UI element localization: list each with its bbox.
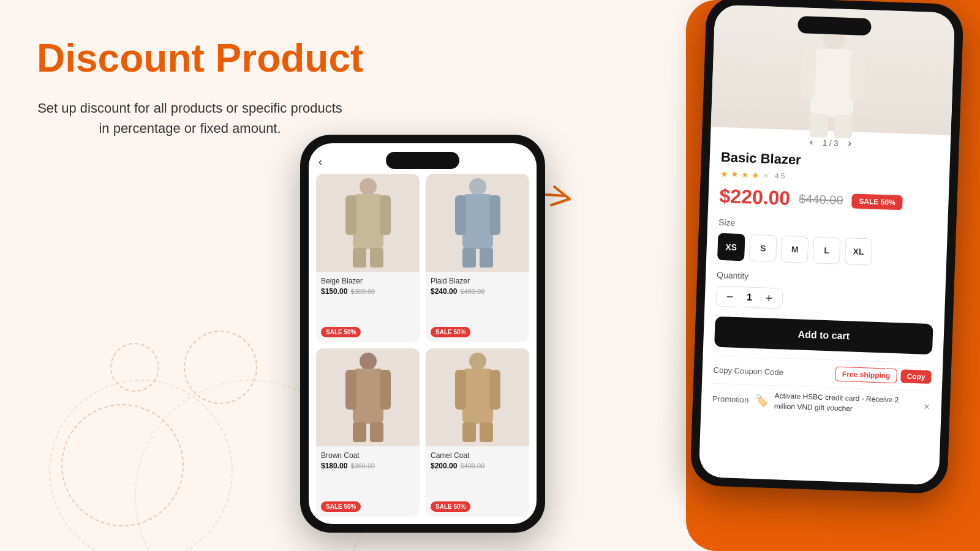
detail-info: Basic Blazer ★ ★ ★ ★ ★ 4.5 $220.00 $440.… bbox=[701, 149, 950, 422]
price-current-3: $180.00 bbox=[321, 462, 347, 470]
add-to-cart-button[interactable]: Add to cart bbox=[714, 317, 933, 354]
price-original-1: $300.00 bbox=[350, 288, 375, 295]
svg-rect-16 bbox=[353, 422, 366, 442]
product-image-2 bbox=[426, 174, 529, 272]
price-current-4: $200.00 bbox=[431, 462, 457, 470]
size-xl[interactable]: XL bbox=[845, 238, 873, 266]
back-button[interactable]: ‹ bbox=[318, 156, 322, 168]
size-options: XS S M L XL bbox=[717, 233, 936, 268]
phone-left-inner: ‹ SALE 50% Beige Blazer bbox=[309, 143, 537, 524]
quantity-section: Quantity − 1 + bbox=[715, 270, 935, 314]
coupon-code-box: Free shipping Copy bbox=[835, 367, 932, 384]
product-info-3: Brown Coat $180.00 $360.00 bbox=[316, 446, 420, 476]
svg-rect-23 bbox=[480, 422, 493, 442]
product-card-4[interactable]: SALE 50% Camel Coat $200.00 $400.00 bbox=[426, 348, 529, 517]
promotion-icon: 🏷️ bbox=[755, 394, 769, 408]
svg-rect-14 bbox=[345, 370, 356, 410]
detail-original-price: $440.00 bbox=[799, 192, 843, 208]
price-original-2: $480.00 bbox=[460, 288, 484, 295]
size-l[interactable]: L bbox=[813, 236, 841, 264]
product-prices-3: $180.00 $360.00 bbox=[321, 462, 415, 470]
product-image-3 bbox=[316, 348, 420, 446]
star-4: ★ bbox=[752, 170, 760, 180]
svg-rect-9 bbox=[489, 195, 500, 235]
phone-notch-right bbox=[797, 16, 872, 36]
svg-rect-4 bbox=[353, 248, 366, 268]
sale-badge-4: SALE 50% bbox=[431, 501, 470, 512]
quantity-value: 1 bbox=[743, 291, 756, 303]
price-current-1: $150.00 bbox=[321, 287, 347, 296]
star-2: ★ bbox=[731, 169, 739, 179]
svg-rect-11 bbox=[480, 248, 493, 268]
svg-rect-3 bbox=[380, 195, 391, 235]
carousel-prev[interactable]: ‹ bbox=[810, 137, 813, 148]
decorative-circle-1 bbox=[110, 343, 159, 392]
page-title: Discount Product bbox=[37, 37, 404, 80]
size-s[interactable]: S bbox=[749, 234, 777, 263]
svg-rect-21 bbox=[489, 370, 500, 410]
decorative-circle-2 bbox=[184, 331, 257, 404]
size-xs[interactable]: XS bbox=[717, 233, 745, 261]
svg-rect-27 bbox=[849, 51, 865, 100]
copy-coupon-button[interactable]: Copy bbox=[900, 369, 932, 384]
svg-rect-26 bbox=[800, 49, 816, 99]
product-prices-2: $240.00 $480.00 bbox=[431, 287, 524, 296]
svg-rect-5 bbox=[370, 248, 383, 268]
product-card-2[interactable]: SALE 50% Plaid Blazer $240.00 $480.00 bbox=[426, 174, 529, 342]
product-info-4: Camel Coat $200.00 $400.00 bbox=[426, 446, 529, 476]
price-original-4: $400.00 bbox=[460, 462, 484, 470]
phone-left: ‹ SALE 50% Beige Blazer bbox=[300, 135, 545, 533]
svg-rect-13 bbox=[353, 369, 383, 424]
promotion-close-button[interactable]: ✕ bbox=[923, 401, 931, 411]
svg-point-18 bbox=[469, 353, 486, 370]
size-m[interactable]: M bbox=[781, 235, 809, 263]
product-name-4: Camel Coat bbox=[431, 451, 524, 460]
quantity-label: Quantity bbox=[717, 270, 935, 287]
coupon-label: Copy Coupon Code bbox=[714, 365, 784, 377]
star-5: ★ bbox=[762, 170, 771, 180]
svg-point-0 bbox=[360, 178, 377, 195]
promotion-text: Activate HSBC credit card - Receive 2 mi… bbox=[774, 391, 918, 416]
svg-rect-22 bbox=[462, 422, 476, 442]
product-name-2: Plaid Blazer bbox=[431, 277, 524, 285]
svg-rect-20 bbox=[455, 370, 466, 410]
sale-badge-2: SALE 50% bbox=[431, 327, 470, 337]
price-current-2: $240.00 bbox=[431, 287, 457, 296]
product-card-1[interactable]: SALE 50% Beige Blazer $150.00 $300.00 bbox=[316, 174, 420, 342]
product-prices-1: $150.00 $300.00 bbox=[321, 287, 415, 296]
product-image-1 bbox=[316, 174, 420, 272]
svg-point-12 bbox=[360, 353, 377, 370]
phone-right-inner: ‹ 1 / 3 › Basic Blazer ★ ★ ★ ★ ★ 4.5 bbox=[699, 4, 956, 485]
products-grid: SALE 50% Beige Blazer $150.00 $300.00 bbox=[309, 174, 537, 524]
phone-notch-left bbox=[386, 152, 459, 169]
coupon-code: Free shipping bbox=[835, 367, 897, 383]
quantity-decrease[interactable]: − bbox=[726, 290, 734, 302]
svg-rect-28 bbox=[809, 113, 828, 137]
phone-right: ‹ 1 / 3 › Basic Blazer ★ ★ ★ ★ ★ 4.5 bbox=[690, 0, 964, 494]
sale-badge-3: SALE 50% bbox=[321, 501, 361, 512]
price-row: $220.00 $440.00 SALE 50% bbox=[719, 185, 938, 215]
page-subtitle: Set up discount for all products or spec… bbox=[37, 98, 343, 138]
product-prices-4: $200.00 $400.00 bbox=[431, 462, 524, 470]
svg-rect-17 bbox=[370, 422, 383, 442]
left-section: Discount Product Set up discount for all… bbox=[37, 37, 404, 138]
sale-badge-1: SALE 50% bbox=[321, 327, 361, 337]
carousel-next[interactable]: › bbox=[848, 138, 851, 149]
decorative-circle-3 bbox=[61, 404, 184, 527]
product-name-3: Brown Coat bbox=[321, 451, 415, 460]
product-detail-content: ‹ 1 / 3 › Basic Blazer ★ ★ ★ ★ ★ 4.5 bbox=[699, 4, 956, 485]
promotion-label: Promotion bbox=[712, 394, 749, 405]
quantity-increase[interactable]: + bbox=[765, 292, 772, 304]
size-label: Size bbox=[718, 217, 937, 234]
product-info-2: Plaid Blazer $240.00 $480.00 bbox=[426, 272, 529, 302]
price-original-3: $360.00 bbox=[350, 462, 375, 470]
svg-rect-29 bbox=[834, 114, 853, 138]
detail-sale-tag: SALE 50% bbox=[851, 193, 903, 210]
product-image-4 bbox=[426, 348, 529, 446]
product-name-1: Beige Blazer bbox=[321, 277, 415, 285]
svg-rect-10 bbox=[462, 248, 476, 268]
quantity-controls: − 1 + bbox=[715, 286, 783, 309]
product-card-3[interactable]: SALE 50% Brown Coat $180.00 $360.00 bbox=[316, 348, 420, 517]
star-3: ★ bbox=[741, 170, 750, 179]
svg-point-6 bbox=[469, 178, 486, 195]
